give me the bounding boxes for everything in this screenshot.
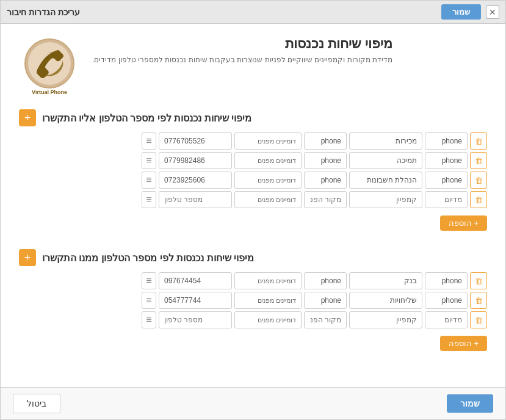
menu-button-empty[interactable] (142, 191, 156, 208)
svg-text:Virtual Phone: Virtual Phone (32, 89, 67, 95)
domains-field-s2-empty[interactable] (234, 311, 302, 328)
campaign-field-s2[interactable] (349, 311, 422, 328)
medium-field[interactable] (425, 191, 468, 208)
category-field-s2-1[interactable] (349, 272, 422, 289)
phone-field-s2-2[interactable] (425, 292, 468, 309)
menu-button-s2-2[interactable] (142, 292, 156, 309)
delete-row-button[interactable]: 🗑 (470, 132, 487, 150)
domains-field-s2-1[interactable] (234, 272, 302, 289)
source-field[interactable] (304, 191, 347, 208)
content-area: מיפוי שיחות נכנסות מדידת מקורות וקמפייני… (1, 24, 505, 387)
table-row-empty-s2: 🗑 (19, 311, 487, 328)
table-row: 🗑 (19, 132, 487, 150)
menu-button-2[interactable] (142, 152, 156, 169)
menu-icon (146, 295, 151, 306)
main-window: ✕ שמור עריכת הגדרות חיבור מיפוי שיחות נכ… (0, 0, 506, 420)
page-title: מיפוי שיחות נכנסות (92, 36, 392, 52)
window-title: עריכת הגדרות חיבור (7, 7, 80, 17)
phone-number-s2-2[interactable] (159, 292, 232, 309)
category-field-2[interactable] (349, 152, 422, 169)
section-2-title: מיפוי שיחות נכנסות לפי מספר הטלפון ממנו … (42, 252, 254, 264)
domains-field-3[interactable] (234, 172, 302, 189)
phone-field-3b[interactable] (304, 172, 347, 189)
menu-icon (146, 314, 151, 325)
delete-row-button[interactable]: 🗑 (470, 272, 487, 289)
menu-button-1[interactable] (142, 132, 156, 150)
add-row-button-2[interactable]: + הוספה (440, 336, 487, 351)
section-1-table: 🗑 🗑 (19, 132, 487, 208)
phone-field-s2-1b[interactable] (304, 272, 347, 289)
svg-point-1 (28, 42, 71, 85)
domains-field-2[interactable] (234, 152, 302, 169)
trash-icon: 🗑 (475, 137, 483, 146)
delete-row-button[interactable]: 🗑 (470, 172, 487, 189)
page-header: מיפוי שיחות נכנסות מדידת מקורות וקמפייני… (19, 36, 487, 97)
table-row: 🗑 (19, 152, 487, 169)
domains-field-empty[interactable] (234, 191, 302, 208)
menu-icon (146, 175, 151, 186)
menu-icon (146, 194, 151, 205)
save-top-button[interactable]: שמור (441, 4, 481, 20)
add-row-container-1: + הוספה (19, 212, 487, 231)
category-field-s2-2[interactable] (349, 292, 422, 309)
domains-field-s2-2[interactable] (234, 292, 302, 309)
phone-field-3[interactable] (425, 172, 468, 189)
phone-number-s2-1[interactable] (159, 272, 232, 289)
campaign-field[interactable] (349, 191, 422, 208)
phone-number-s2-empty[interactable] (159, 311, 232, 328)
save-footer-button[interactable]: שמור (447, 394, 493, 413)
section-1-header: מיפוי שיחות נכנסות לפי מספר הטלפון אליו … (19, 109, 487, 126)
category-field-3[interactable] (349, 172, 422, 189)
table-row-empty: 🗑 (19, 191, 487, 208)
trash-icon: 🗑 (475, 156, 483, 165)
table-row: 🗑 (19, 272, 487, 289)
table-row: 🗑 (19, 172, 487, 189)
section-1-add-button[interactable]: + (19, 109, 36, 126)
menu-icon (146, 275, 151, 286)
phone-field-s2-2b[interactable] (304, 292, 347, 309)
delete-row-button[interactable]: 🗑 (470, 152, 487, 169)
page-subtitle: מדידת מקורות וקמפיינים שיווקיים לפניות ש… (92, 56, 392, 64)
delete-row-button[interactable]: 🗑 (470, 191, 487, 208)
section-2-add-button[interactable]: + (19, 249, 36, 266)
phone-field-1[interactable] (425, 132, 468, 150)
add-row-button-1[interactable]: + הוספה (440, 215, 487, 231)
phone-field-1b[interactable] (304, 132, 347, 150)
section-1-title: מיפוי שיחות נכנסות לפי מספר הטלפון אליו … (42, 112, 251, 124)
phone-field-2b[interactable] (304, 152, 347, 169)
trash-icon: 🗑 (475, 195, 483, 205)
titlebar-left: ✕ שמור (441, 4, 499, 20)
add-row-container-2: + הוספה (19, 332, 487, 351)
table-row: 🗑 (19, 292, 487, 309)
phone-number-empty[interactable] (159, 191, 232, 208)
source-field-s2[interactable] (304, 311, 347, 328)
titlebar: ✕ שמור עריכת הגדרות חיבור (1, 1, 505, 24)
section-2: מיפוי שיחות נכנסות לפי מספר הטלפון ממנו … (19, 249, 487, 351)
footer: שמור ביטול (1, 387, 505, 419)
menu-button-s2-empty[interactable] (142, 311, 156, 328)
section-1: מיפוי שיחות נכנסות לפי מספר הטלפון אליו … (19, 109, 487, 231)
delete-row-button[interactable]: 🗑 (470, 292, 487, 309)
cancel-button[interactable]: ביטול (13, 394, 60, 413)
phone-number-field-2[interactable] (159, 152, 232, 169)
trash-icon: 🗑 (475, 176, 483, 185)
close-button[interactable]: ✕ (486, 5, 499, 19)
section-2-table: 🗑 🗑 (19, 272, 487, 328)
medium-field-s2[interactable] (425, 311, 468, 328)
menu-button-3[interactable] (142, 172, 156, 189)
phone-field-2[interactable] (425, 152, 468, 169)
delete-row-button[interactable]: 🗑 (470, 311, 487, 328)
phone-number-field-1[interactable] (159, 132, 232, 150)
menu-button-s2-1[interactable] (142, 272, 156, 289)
category-field-1[interactable] (349, 132, 422, 150)
menu-icon (146, 155, 151, 166)
logo: Virtual Phone (19, 36, 80, 97)
page-header-text: מיפוי שיחות נכנסות מדידת מקורות וקמפייני… (92, 36, 392, 64)
trash-icon: 🗑 (475, 277, 483, 286)
trash-icon: 🗑 (475, 296, 483, 305)
menu-icon (146, 136, 151, 147)
phone-number-field-3[interactable] (159, 172, 232, 189)
phone-field-s2-1[interactable] (425, 272, 468, 289)
domains-field-1[interactable] (234, 132, 302, 150)
trash-icon: 🗑 (475, 316, 483, 325)
